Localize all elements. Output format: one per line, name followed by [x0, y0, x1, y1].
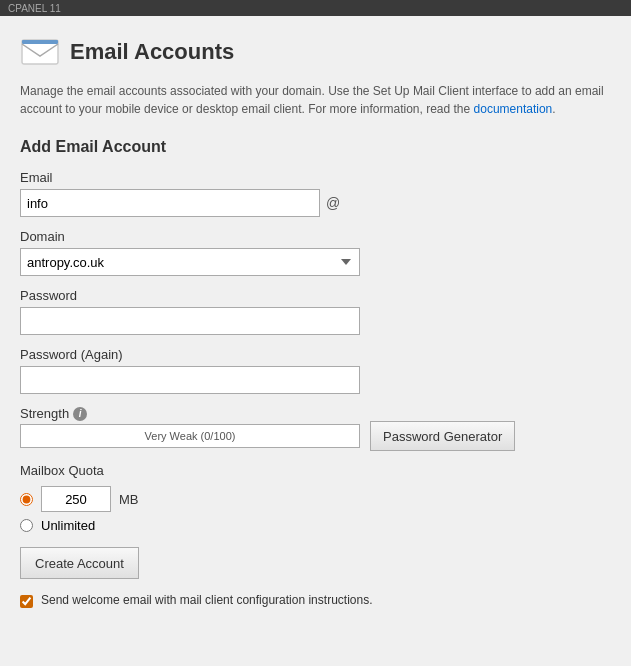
strength-label-row: Strength i [20, 406, 611, 421]
quota-mb-radio[interactable] [20, 493, 33, 506]
page-title: Email Accounts [70, 39, 234, 65]
strength-label-text: Strength [20, 406, 69, 421]
password-again-group: Password (Again) [20, 347, 611, 394]
mailbox-quota-label: Mailbox Quota [20, 463, 611, 478]
mb-label: MB [119, 492, 139, 507]
section-title: Add Email Account [20, 138, 611, 156]
password-generator-button[interactable]: Password Generator [370, 421, 515, 451]
svg-rect-1 [22, 40, 58, 44]
domain-select[interactable]: antropy.co.uk [20, 248, 360, 276]
create-account-button[interactable]: Create Account [20, 547, 139, 579]
top-bar: CPANEL 11 [0, 0, 631, 16]
strength-text: Very Weak (0/100) [145, 430, 236, 442]
password-label: Password [20, 288, 611, 303]
quota-unlimited-row: Unlimited [20, 518, 611, 533]
strength-bar-container: Very Weak (0/100) Password Generator [20, 421, 611, 451]
unlimited-label: Unlimited [41, 518, 95, 533]
email-icon [20, 36, 60, 68]
main-content: Email Accounts Manage the email accounts… [0, 16, 631, 666]
description-text: Manage the email accounts associated wit… [20, 82, 611, 118]
quota-mb-row: MB [20, 486, 611, 512]
email-row: @ [20, 189, 611, 217]
welcome-email-row: Send welcome email with mail client conf… [20, 593, 611, 608]
page-header: Email Accounts [20, 36, 611, 68]
welcome-email-label: Send welcome email with mail client conf… [41, 593, 372, 607]
mailbox-quota-section: Mailbox Quota MB Unlimited [20, 463, 611, 533]
documentation-link[interactable]: documentation [474, 102, 553, 116]
at-sign: @ [326, 195, 340, 211]
welcome-email-checkbox[interactable] [20, 595, 33, 608]
domain-group: Domain antropy.co.uk [20, 229, 611, 276]
strength-group: Strength i Very Weak (0/100) Password Ge… [20, 406, 611, 451]
strength-bar: Very Weak (0/100) [20, 424, 360, 448]
quota-number-input[interactable] [41, 486, 111, 512]
domain-label: Domain [20, 229, 611, 244]
email-group: Email @ [20, 170, 611, 217]
password-group: Password [20, 288, 611, 335]
quota-unlimited-radio[interactable] [20, 519, 33, 532]
password-again-input[interactable] [20, 366, 360, 394]
email-input[interactable] [20, 189, 320, 217]
info-icon[interactable]: i [73, 407, 87, 421]
password-input[interactable] [20, 307, 360, 335]
email-label: Email [20, 170, 611, 185]
cpanel-label: CPANEL 11 [8, 3, 61, 14]
password-again-label: Password (Again) [20, 347, 611, 362]
